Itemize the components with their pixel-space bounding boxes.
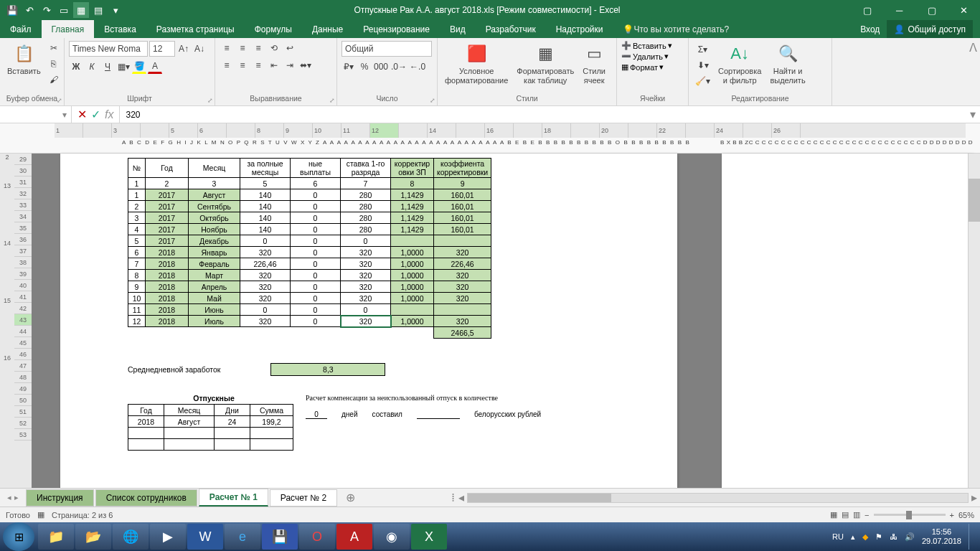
- cell[interactable]: [391, 235, 434, 247]
- row-header[interactable]: 32: [14, 188, 32, 199]
- cell[interactable]: 6: [128, 247, 146, 258]
- task-save-icon[interactable]: 💾: [262, 524, 298, 550]
- minimize-icon[interactable]: ─: [883, 0, 915, 20]
- cell[interactable]: 280: [341, 212, 391, 224]
- underline-icon[interactable]: Ч: [100, 60, 115, 74]
- horizontal-scrollbar[interactable]: [467, 493, 969, 503]
- vac-sum[interactable]: 199,2: [250, 416, 293, 428]
- share-button[interactable]: 👤 Общий доступ: [887, 20, 973, 38]
- grow-font-icon[interactable]: A↑: [176, 42, 191, 56]
- fill-icon[interactable]: ⬇▾: [694, 58, 711, 72]
- row-header[interactable]: 31: [14, 176, 32, 188]
- row-header[interactable]: 50: [14, 395, 32, 406]
- border-icon[interactable]: ▦▾: [116, 60, 131, 74]
- zoom-slider[interactable]: [874, 514, 946, 516]
- cell[interactable]: 2017: [146, 235, 189, 247]
- font-color-icon[interactable]: A: [148, 60, 162, 74]
- cond-format-button[interactable]: 🟥Условное форматирование: [442, 41, 511, 87]
- format-cells-button[interactable]: ▦ Формат ▾: [621, 62, 684, 72]
- row-header[interactable]: 48: [14, 372, 32, 383]
- tray-vol-icon[interactable]: 🔊: [905, 532, 915, 542]
- cell[interactable]: 2017: [146, 201, 189, 212]
- cell[interactable]: 0: [291, 270, 341, 281]
- cell[interactable]: 2017: [146, 212, 189, 224]
- zoom-value[interactable]: 65%: [958, 511, 974, 519]
- total-cell[interactable]: 2466,5: [434, 327, 491, 339]
- number-dialog-icon[interactable]: ⤢: [430, 97, 435, 104]
- tell-me[interactable]: 💡 Что вы хотите сделать?: [613, 20, 739, 38]
- cell[interactable]: 0: [341, 304, 391, 316]
- cell[interactable]: 0: [291, 189, 341, 201]
- task-pdf-icon[interactable]: A: [336, 524, 372, 550]
- view-normal-icon[interactable]: ▦: [830, 510, 837, 519]
- task-ie-icon[interactable]: e: [225, 524, 260, 550]
- cell[interactable]: 1,1429: [391, 201, 434, 212]
- align-middle-icon[interactable]: ≡: [235, 41, 250, 55]
- cell[interactable]: [434, 235, 491, 247]
- tray-net-icon[interactable]: 🖧: [890, 532, 897, 541]
- paste-button[interactable]: 📋Вставить: [4, 41, 44, 77]
- number-format-combo[interactable]: Общий: [341, 41, 432, 57]
- cell[interactable]: 0: [341, 235, 391, 247]
- row-header[interactable]: 33: [14, 199, 32, 211]
- cell[interactable]: 1,0000: [391, 281, 434, 293]
- cell[interactable]: Декабрь: [189, 235, 240, 247]
- thousands-icon[interactable]: 000: [373, 60, 389, 74]
- task-folder-icon[interactable]: 📂: [75, 524, 111, 550]
- delete-cells-button[interactable]: ➖ Удалить ▾: [621, 52, 684, 61]
- row-header[interactable]: 47: [14, 360, 32, 372]
- tray-lang[interactable]: RU: [832, 532, 844, 541]
- cell[interactable]: Январь: [189, 247, 240, 258]
- tab-file[interactable]: Файл: [0, 20, 42, 38]
- cell[interactable]: 320: [434, 281, 491, 293]
- row-header[interactable]: 45: [14, 337, 32, 349]
- show-desktop[interactable]: [969, 524, 974, 550]
- tab-review[interactable]: Рецензирование: [353, 20, 440, 38]
- cell[interactable]: 160,01: [434, 201, 491, 212]
- cell[interactable]: 320: [240, 247, 291, 258]
- cell[interactable]: 2018: [146, 258, 189, 270]
- cell[interactable]: 320: [240, 281, 291, 293]
- cell[interactable]: 226,46: [434, 258, 491, 270]
- cell[interactable]: 226,46: [240, 258, 291, 270]
- cell[interactable]: 280: [341, 201, 391, 212]
- cell[interactable]: 140: [240, 201, 291, 212]
- cell[interactable]: 2018: [146, 293, 189, 304]
- view-table-icon[interactable]: ▤: [90, 2, 106, 18]
- cell[interactable]: 5: [128, 235, 146, 247]
- bold-icon[interactable]: Ж: [69, 60, 83, 74]
- new-icon[interactable]: ▭: [56, 2, 72, 18]
- insert-cells-button[interactable]: ➕ Вставить ▾: [621, 41, 684, 50]
- row-header[interactable]: 37: [14, 245, 32, 257]
- close-icon[interactable]: ✕: [948, 0, 980, 20]
- cell[interactable]: Сентябрь: [189, 201, 240, 212]
- redo-icon[interactable]: ↷: [39, 2, 55, 18]
- cell[interactable]: 320: [341, 316, 391, 327]
- tab-view[interactable]: Вид: [440, 20, 476, 38]
- cell[interactable]: 0: [291, 281, 341, 293]
- size-combo[interactable]: 12: [149, 41, 175, 57]
- copy-icon[interactable]: ⎘: [47, 57, 61, 71]
- cell[interactable]: 140: [240, 224, 291, 235]
- cell[interactable]: 280: [341, 189, 391, 201]
- cell[interactable]: 160,01: [434, 212, 491, 224]
- align-center-icon[interactable]: ≡: [235, 58, 250, 72]
- row-header[interactable]: 36: [14, 234, 32, 245]
- shrink-font-icon[interactable]: A↓: [192, 42, 207, 56]
- font-combo[interactable]: Times New Roma: [69, 41, 148, 57]
- cell[interactable]: 320: [434, 247, 491, 258]
- cell[interactable]: 1,0000: [391, 270, 434, 281]
- cell[interactable]: 1: [128, 189, 146, 201]
- tab-developer[interactable]: Разработчик: [476, 20, 546, 38]
- row-header[interactable]: 34: [14, 211, 32, 222]
- cell[interactable]: 320: [240, 293, 291, 304]
- cell[interactable]: 0: [291, 258, 341, 270]
- row-header[interactable]: 49: [14, 383, 32, 395]
- sheet-tab-employees[interactable]: Список сотрудников: [95, 489, 197, 507]
- tray-clock[interactable]: 15:56 29.07.2018: [922, 527, 961, 546]
- indent-icon[interactable]: ⇥: [283, 58, 297, 72]
- maximize-icon[interactable]: ▢: [915, 0, 948, 20]
- cell[interactable]: Апрель: [189, 281, 240, 293]
- cell[interactable]: Август: [189, 189, 240, 201]
- clear-icon[interactable]: 🧹▾: [694, 74, 711, 88]
